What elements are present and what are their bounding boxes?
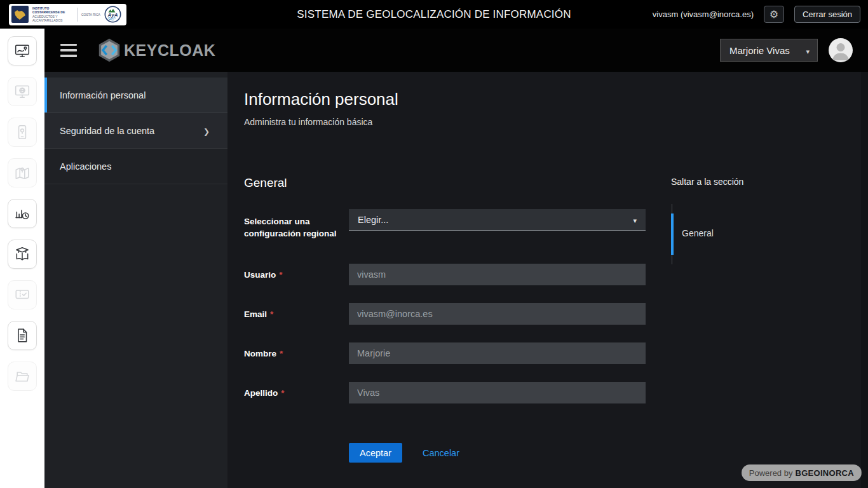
education-book-icon xyxy=(14,246,31,262)
sidebar-ticket-button[interactable] xyxy=(8,280,37,309)
firstname-input[interactable] xyxy=(349,342,646,364)
screen: INSTITUTO COSTARRICENSE DE ACUEDUCTOS Y … xyxy=(0,0,868,488)
keycloak-brand: KEYCLOAK xyxy=(96,37,215,63)
app-title: SISTEMA DE GEOLOCALIZACIÓN DE INFORMACIÓ… xyxy=(297,8,571,21)
sidebar-education-button[interactable] xyxy=(8,240,37,269)
sidebar-folder-button[interactable] xyxy=(8,362,37,391)
body-row: KEYCLOAK Marjorie Vivas xyxy=(0,29,868,488)
email-label-text: Email xyxy=(244,309,267,319)
main-content: Información personal Administra tu infor… xyxy=(227,72,868,488)
nav-active-indicator xyxy=(44,78,47,112)
accept-button[interactable]: Aceptar xyxy=(349,443,402,463)
sidebar-map-pin-button[interactable] xyxy=(8,158,37,187)
logout-button[interactable]: Cerrar sesión xyxy=(794,6,860,23)
firstname-label-text: Nombre xyxy=(244,349,276,358)
nav-item-applications[interactable]: Aplicaciones xyxy=(44,149,227,184)
institution-name-line2: ACUEDUCTOS Y ALCANTARILLADOS xyxy=(32,15,73,23)
email-label: Email* xyxy=(244,308,349,320)
nav-item-label: Información personal xyxy=(60,90,146,100)
sidebar-mobile-pin-button[interactable] xyxy=(8,118,37,147)
sidebar-chart-clock-button[interactable] xyxy=(8,199,37,228)
required-marker: * xyxy=(280,349,283,358)
jump-links-rail: General xyxy=(671,204,830,264)
locale-select-value: Elegir... xyxy=(358,215,388,225)
user-menu-label: Marjorie Vivas xyxy=(729,45,790,56)
scrollbar-track[interactable] xyxy=(861,72,868,488)
jump-link-general[interactable]: General xyxy=(682,228,714,238)
locale-select[interactable]: Elegir... xyxy=(349,209,646,231)
chevron-down-icon xyxy=(806,45,810,56)
nav-item-label: Seguridad de la cuenta xyxy=(60,126,154,136)
nav-item-account-security[interactable]: Seguridad de la cuenta xyxy=(44,113,227,149)
chart-clock-icon xyxy=(14,205,31,222)
lastname-input[interactable] xyxy=(349,382,646,403)
form-row-lastname: Apellido* xyxy=(244,382,646,403)
locale-label: Seleccionar una configuración regional xyxy=(244,209,349,240)
form-actions: Aceptar Cancelar xyxy=(244,443,646,463)
form-row-firstname: Nombre* xyxy=(244,342,646,364)
powered-by-prefix: Powered by xyxy=(749,468,793,478)
jump-active-indicator xyxy=(671,214,674,255)
logo-divider xyxy=(77,8,78,22)
form-row-username: Usuario* xyxy=(244,264,646,285)
keycloak-header-right: Marjorie Vivas xyxy=(720,38,853,62)
module-icon-sidebar xyxy=(0,29,44,488)
username-label: Usuario* xyxy=(244,269,349,281)
sidebar-document-button[interactable] xyxy=(8,321,37,350)
monitor-globe-icon xyxy=(14,83,31,100)
avatar-icon xyxy=(829,38,853,62)
costa-rica-map-icon xyxy=(11,6,29,23)
form-row-locale: Seleccionar una configuración regional E… xyxy=(244,209,646,240)
settings-button[interactable] xyxy=(764,6,784,23)
folder-icon xyxy=(14,368,31,384)
locale-label-text: Seleccionar una configuración regional xyxy=(244,217,337,238)
document-icon xyxy=(14,327,31,344)
powered-by-brand: BGEOINORCA xyxy=(795,468,854,478)
jump-links-panel: Saltar a la sección General xyxy=(671,177,830,264)
sidebar-monitor-map-button[interactable] xyxy=(8,36,37,65)
keycloak-logo-icon xyxy=(96,37,123,63)
avatar[interactable] xyxy=(829,38,853,62)
page-subtitle: Administra tu información básica xyxy=(244,116,868,128)
powered-by-badge: Powered by BGEOINORCA xyxy=(742,464,862,481)
keycloak-header: KEYCLOAK Marjorie Vivas xyxy=(44,29,868,72)
monitor-map-icon xyxy=(14,43,31,59)
required-marker: * xyxy=(270,309,273,319)
ticket-check-icon xyxy=(14,287,31,303)
aya-institution-logo: INSTITUTO COSTARRICENSE DE ACUEDUCTOS Y … xyxy=(9,4,126,25)
jump-links-title: Saltar a la sección xyxy=(671,177,830,187)
chevron-right-icon xyxy=(203,126,210,136)
user-menu-dropdown[interactable]: Marjorie Vivas xyxy=(720,39,818,62)
nav-item-label: Aplicaciones xyxy=(60,161,111,172)
aya-emblem-text: AyA xyxy=(107,12,118,18)
personal-info-form: Seleccionar una configuración regional E… xyxy=(244,209,646,463)
cancel-link[interactable]: Cancelar xyxy=(423,448,459,458)
form-row-email: Email* xyxy=(244,303,646,325)
country-label: COSTA RICA xyxy=(81,13,100,17)
sidebar-monitor-globe-button[interactable] xyxy=(8,77,37,106)
keycloak-body: Información personal Seguridad de la cue… xyxy=(44,72,868,488)
required-marker: * xyxy=(281,388,284,398)
institution-name-line1: INSTITUTO COSTARRICENSE DE xyxy=(32,6,73,15)
username-label-text: Usuario xyxy=(244,270,276,280)
chevron-down-icon xyxy=(633,215,637,225)
nav-item-personal-info[interactable]: Información personal xyxy=(44,78,227,113)
map-pin-icon xyxy=(14,165,31,181)
aya-emblem-icon: AyA xyxy=(104,6,121,23)
mobile-pin-icon xyxy=(14,124,31,140)
username-input[interactable] xyxy=(349,264,646,285)
app-bar-right: vivasm (vivasm@inorca.es) Cerrar sesión xyxy=(653,6,860,23)
lastname-label-text: Apellido xyxy=(244,388,278,398)
email-input[interactable] xyxy=(349,303,646,325)
account-nav: Información personal Seguridad de la cue… xyxy=(44,72,227,488)
gear-icon xyxy=(770,8,778,20)
hamburger-menu-button[interactable] xyxy=(60,44,77,57)
required-marker: * xyxy=(279,270,282,280)
logged-user-text: vivasm (vivasm@inorca.es) xyxy=(653,10,754,19)
institution-name: INSTITUTO COSTARRICENSE DE ACUEDUCTOS Y … xyxy=(32,6,73,23)
lastname-label: Apellido* xyxy=(244,387,349,399)
app-top-bar: INSTITUTO COSTARRICENSE DE ACUEDUCTOS Y … xyxy=(0,0,868,29)
firstname-label: Nombre* xyxy=(244,348,349,360)
keycloak-area: KEYCLOAK Marjorie Vivas xyxy=(44,29,868,488)
keycloak-brand-text: KEYCLOAK xyxy=(124,41,215,60)
